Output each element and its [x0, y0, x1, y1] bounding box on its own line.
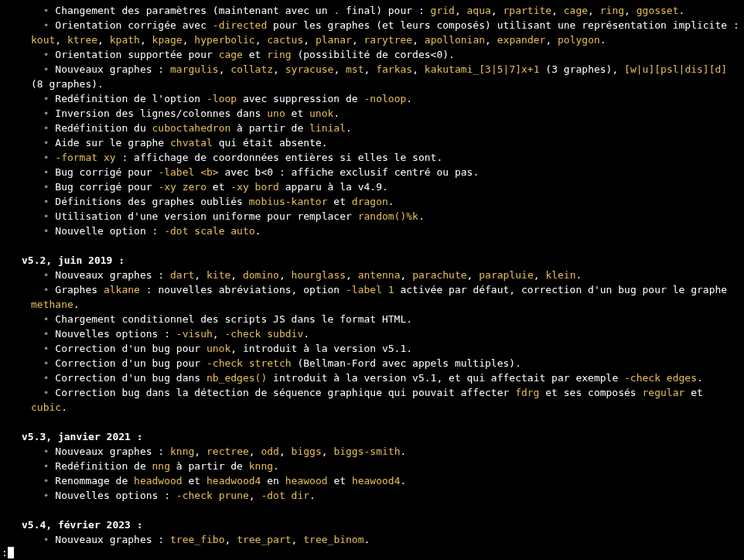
text: Nouvelle option : [55, 225, 164, 237]
bullet-icon: • [31, 284, 55, 295]
bullet-icon: • [31, 181, 55, 193]
text: , introduit à la version v5.1. [230, 343, 412, 354]
text: final) pour : [340, 5, 430, 16]
text: pour les graphes (et leurs composés) uti… [267, 19, 744, 31]
text: (3 graphes), [540, 63, 625, 75]
bullet-icon: • [31, 460, 55, 472]
text: Redéfinition de [55, 460, 152, 472]
text: et [206, 181, 230, 193]
highlight-token: -check prune [176, 490, 249, 501]
blank-line [0, 238, 744, 253]
text: , [303, 34, 316, 46]
highlight-token: headwood [134, 475, 183, 487]
text: . [303, 328, 309, 340]
highlight-token: . [333, 5, 340, 16]
text: en [261, 475, 285, 487]
text: et [183, 475, 206, 487]
text: , [534, 269, 546, 281]
text: . [388, 196, 394, 207]
highlight-token: syracuse [285, 63, 334, 75]
highlight-token: random()%k [358, 210, 418, 222]
highlight-token: unok [206, 343, 230, 354]
text: et [328, 196, 352, 207]
text: Correction d'un bug dans [55, 372, 206, 384]
list-item: • Renommage de headwood et headwood4 en … [0, 473, 744, 488]
text: et [285, 108, 309, 119]
bullet-icon: • [31, 357, 55, 369]
bullet-icon: • [31, 446, 55, 457]
text: , [273, 63, 285, 75]
text: . [600, 34, 606, 46]
highlight-token: planar [316, 34, 352, 46]
text: : nouvelles abréviations, option [140, 284, 346, 295]
highlight-token: ggosset [636, 5, 679, 16]
text: qui était absente. [213, 137, 328, 149]
highlight-token: farkas [376, 63, 412, 75]
highlight-token: -loop [206, 93, 237, 104]
prompt-char: : [2, 547, 8, 558]
highlight-token: -noloop [364, 93, 407, 104]
highlight-token: cage [564, 5, 588, 16]
bullet-icon: • [31, 328, 55, 340]
highlight-token: -xy zero [158, 181, 206, 193]
highlight-token: alkane [104, 284, 140, 295]
highlight-token: grid [431, 5, 455, 16]
highlight-token: kout [31, 34, 55, 46]
text: (Bellman-Ford avec appels multiples). [292, 357, 521, 369]
highlight-token: [w|u][psl|dis][d] [624, 63, 727, 75]
text: , [255, 34, 268, 46]
highlight-token: -dot dir [261, 490, 309, 501]
bullet-icon: • [31, 210, 55, 222]
list-item: • Inversion des lignes/colonnes dans uno… [0, 106, 744, 121]
list-item: • Nouveaux graphes : knng, rectree, odd,… [0, 444, 744, 459]
bullet-icon: • [31, 19, 55, 31]
changelog-content: • Changement des paramètres (maintenant … [0, 0, 744, 547]
pager-status[interactable]: : [0, 545, 15, 560]
bullet-icon: • [31, 387, 55, 398]
text: Nouveaux graphes : [55, 63, 170, 75]
list-item: • Correction d'un bug dans nb_edges() in… [0, 370, 744, 385]
highlight-token: ring [600, 5, 624, 16]
bullet-icon: • [31, 5, 55, 16]
highlight-token: polygon [558, 34, 600, 46]
highlight-token: -label 1 [346, 284, 394, 295]
bullet-icon: • [31, 122, 55, 134]
text: , [364, 63, 377, 75]
bullet-icon: • [31, 152, 55, 163]
list-item: • Graphes alkane : nouvelles abréviation… [0, 282, 744, 312]
blank-line [0, 415, 744, 429]
highlight-token: fdrg [515, 387, 539, 398]
text: , [194, 446, 206, 457]
highlight-token: kite [206, 269, 230, 281]
text: , [249, 446, 261, 457]
text: , [249, 490, 261, 501]
text: , [491, 5, 503, 16]
text: et [328, 475, 352, 487]
text: Chargement conditionnel des scripts JS d… [55, 313, 412, 325]
list-item: • Correction d'un bug pour -check stretc… [0, 356, 744, 370]
text: , [551, 5, 564, 16]
text: . [73, 299, 80, 310]
text: , [352, 34, 364, 46]
highlight-token: cuboctahedron [152, 122, 231, 134]
text: Redéfinition de l'option [55, 93, 206, 104]
text: . [406, 93, 412, 104]
text: , [485, 34, 497, 46]
text: : affichage de coordonnées entières si e… [116, 152, 443, 163]
highlight-token: nb_edges() [206, 372, 267, 384]
highlight-token: biggs [292, 446, 322, 457]
text: Nouveaux graphes : [55, 446, 170, 457]
highlight-token: cubic [31, 401, 61, 413]
list-item: • Correction d'un bug pour unok, introdu… [0, 341, 744, 356]
highlight-token: methane [31, 299, 73, 310]
section-heading: v5.2, juin 2019 : [0, 253, 744, 268]
list-item: • Nouvelles options : -check prune, -dot… [0, 488, 744, 503]
bullet-icon: • [31, 269, 55, 281]
highlight-token: unok [309, 108, 333, 119]
text: Correction bug dans la détection de séqu… [55, 387, 515, 398]
highlight-token: kakutami_[3|5|7]x+1 [425, 63, 540, 75]
list-item: • -format xy : affichage de coordonnées … [0, 150, 744, 165]
text: . [346, 122, 352, 134]
text: activée par défaut, correction d'un bug … [394, 284, 733, 295]
highlight-token: ring [267, 49, 291, 60]
